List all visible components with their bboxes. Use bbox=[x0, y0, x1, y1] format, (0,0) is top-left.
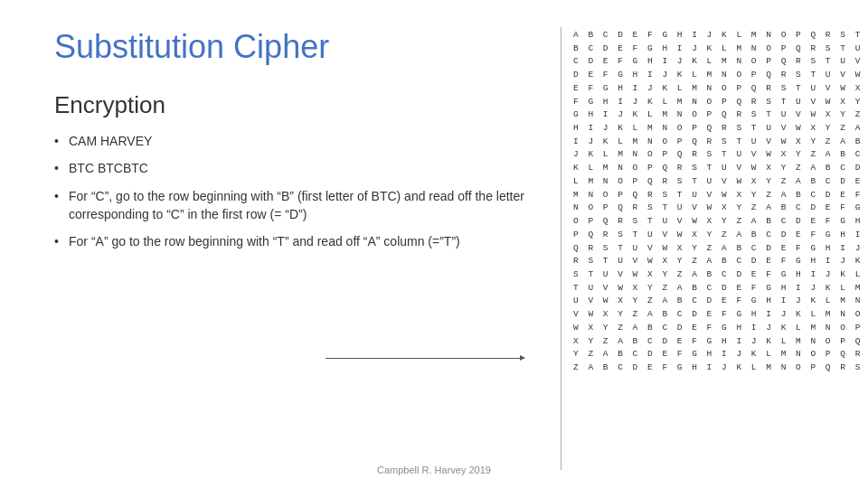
cipher-row: K L M N O P Q R S T U V W X Y Z A B C D … bbox=[573, 162, 868, 175]
cipher-row: Y Z A B C D E F G H I J K L M N O P Q R … bbox=[573, 348, 868, 361]
cipher-row: L M N O P Q R S T U V W X Y Z A B C D E … bbox=[573, 175, 868, 189]
cipher-row: P Q R S T U V W X Y Z A B C D E F G H I … bbox=[573, 229, 868, 242]
cipher-row: G H I J K L M N O P Q R S T U V W X Y Z … bbox=[573, 108, 868, 122]
page-title: Substitution Cipher bbox=[54, 27, 542, 66]
bullet-list: CAM HARVEY BTC BTCBTC For “C”, go to the… bbox=[54, 132, 542, 250]
cipher-row: B C D E F G H I J K L M N O P Q R S T U … bbox=[573, 42, 868, 56]
cipher-row: A B C D E F G H I J K L M N O P Q R S T … bbox=[573, 29, 868, 42]
cipher-row: W X Y Z A B C D E F G H I J K L M N O P … bbox=[573, 322, 868, 335]
cipher-row: S T U V W X Y Z A B C D E F G H I J K L … bbox=[573, 268, 868, 282]
cipher-row: Z A B C D E F G H I J K L M N O P Q R S … bbox=[573, 361, 868, 375]
cipher-row: O P Q R S T U V W X Y Z A B C D E F G H … bbox=[573, 215, 868, 229]
cipher-row: F G H I J K L M N O P Q R S T U V W X Y … bbox=[573, 96, 868, 109]
cipher-row: H I J K L M N O P Q R S T U V W X Y Z A … bbox=[573, 122, 868, 136]
cipher-row: V W X Y Z A B C D E F G H I J K L M N O … bbox=[573, 308, 868, 322]
right-panel: A B C D E F G H I J K L M N O P Q R S T … bbox=[561, 27, 868, 470]
cipher-row: X Y Z A B C D E F G H I J K L M N O P Q … bbox=[573, 335, 868, 349]
cipher-row: N O P Q R S T U V W X Y Z A B C D E F G … bbox=[573, 202, 868, 215]
cipher-row: I J K L M N O P Q R S T U V W X Y Z A B … bbox=[573, 136, 868, 149]
cipher-row: E F G H I J K L M N O P Q R S T U V W X … bbox=[573, 82, 868, 96]
cipher-row: T U V W X Y Z A B C D E F G H I J K L M … bbox=[573, 282, 868, 296]
main-container: Substitution Cipher Encryption CAM HARVE… bbox=[0, 0, 868, 488]
list-item: BTC BTCBTC bbox=[54, 159, 542, 177]
cipher-table: A B C D E F G H I J K L M N O P Q R S T … bbox=[561, 29, 868, 375]
cipher-row: D E F G H I J K L M N O P Q R S T U V W … bbox=[573, 69, 868, 82]
left-panel: Substitution Cipher Encryption CAM HARVE… bbox=[54, 27, 561, 470]
cipher-row: U V W X Y Z A B C D E F G H I J K L M N … bbox=[573, 295, 868, 308]
section-heading: Encryption bbox=[54, 91, 542, 119]
cipher-row: Q R S T U V W X Y Z A B C D E F G H I J … bbox=[573, 242, 868, 256]
vertical-divider bbox=[561, 27, 561, 470]
cipher-row: M N O P Q R S T U V W X Y Z A B C D E F … bbox=[573, 189, 868, 202]
list-item: CAM HARVEY bbox=[54, 132, 542, 150]
list-item: For “A” go to the row beginning with “T”… bbox=[54, 232, 542, 250]
cipher-row: J K L M N O P Q R S T U V W X Y Z A B C … bbox=[573, 148, 868, 162]
cipher-row: C D E F G H I J K L M N O P Q R S T U V … bbox=[573, 55, 868, 69]
arrow-line bbox=[326, 358, 524, 359]
list-item: For “C”, go to the row beginning with “B… bbox=[54, 187, 542, 224]
cipher-row: R S T U V W X Y Z A B C D E F G H I J K … bbox=[573, 255, 868, 268]
footer-text: Campbell R. Harvey 2019 bbox=[377, 465, 491, 475]
